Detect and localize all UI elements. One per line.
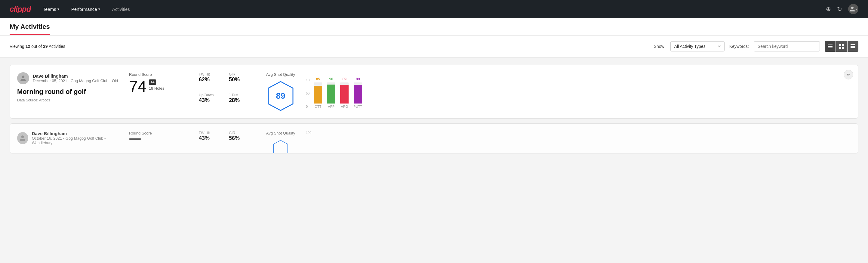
nav-performance[interactable]: Performance ▾ [71, 7, 100, 12]
viewing-middle: out of [30, 44, 43, 49]
svg-rect-8 [852, 44, 856, 45]
compact-list-view-button[interactable] [825, 41, 836, 52]
svg-rect-10 [852, 46, 856, 47]
avg-shot-quality: Avg Shot Quality 89 [262, 72, 299, 111]
activities-content: ✏ Dave Billingham December 05, 2021 - Go… [0, 57, 868, 161]
score-placeholder [129, 139, 141, 140]
score-value: 74 [129, 79, 147, 94]
keywords-label: Keywords: [730, 44, 749, 49]
nav-teams[interactable]: Teams ▾ [43, 7, 59, 12]
data-source: Data Source: Arccos [17, 98, 119, 102]
stat-gir-label-2: GIR [229, 131, 253, 135]
stat-fw-hit-label: FW Hit [199, 72, 223, 77]
activity-card: ✏ Dave Billingham December 05, 2021 - Go… [10, 65, 858, 119]
stat-fw-hit-value: 62% [199, 77, 223, 83]
view-toggle [825, 41, 858, 52]
holes-text: 18 Holes [149, 86, 164, 91]
bar-arg-fill [340, 85, 349, 104]
bar-app-fill [327, 85, 335, 104]
chart-y-axis: 100 50 0 [306, 78, 312, 108]
stat-fw-hit-label-2: FW Hit [199, 131, 223, 135]
y-label-0: 0 [306, 105, 311, 108]
svg-rect-9 [850, 46, 852, 47]
svg-rect-0 [828, 45, 833, 45]
viewing-total: 29 [43, 44, 48, 49]
add-icon[interactable]: ⊕ [826, 5, 831, 12]
y-label-100: 100 [306, 78, 311, 82]
filter-bar: Viewing 12 out of 29 Activities Show: Al… [0, 35, 868, 57]
logo[interactable]: clippd [10, 4, 31, 14]
y-label-100-2: 100 [306, 131, 311, 135]
stat-gir-value: 50% [229, 77, 253, 83]
user-row-2: Dave Billingham October 16, 2021 - Gog M… [17, 131, 119, 145]
navbar: clippd Teams ▾ Performance ▾ Activities … [0, 0, 868, 18]
user-row: Dave Billingham December 05, 2021 - Gog … [17, 72, 119, 84]
user-details-2: Dave Billingham October 16, 2021 - Gog M… [32, 131, 119, 145]
svg-rect-7 [850, 44, 852, 45]
bar-ott-track [314, 83, 322, 104]
svg-rect-12 [852, 47, 856, 48]
page-title: My Activities [10, 23, 50, 35]
user-avatar-nav[interactable]: ▾ [848, 4, 858, 14]
bar-arg-value: 89 [343, 77, 346, 81]
viewing-suffix: Activities [48, 44, 65, 49]
bar-ott: 85 OTT [314, 77, 322, 108]
stats-grid-2: FW Hit 43% GIR 56% [199, 131, 253, 146]
hexagon-container: 89 [267, 81, 294, 111]
grid-view-button[interactable] [836, 41, 847, 52]
chart-y-axis-2: 100 [306, 131, 312, 153]
avg-shot-quality-label: Avg Shot Quality [266, 72, 296, 77]
viewing-count: 12 [26, 44, 30, 49]
round-score-label: Round Score [129, 72, 189, 77]
refresh-icon[interactable]: ↻ [837, 5, 842, 12]
stat-1putt-value: 28% [229, 97, 253, 104]
nav-performance-label: Performance [71, 7, 97, 12]
bar-ott-fill [314, 86, 322, 104]
user-name-2: Dave Billingham [32, 131, 119, 136]
quality-chart-section-2: Avg Shot Quality 100 94 92 [262, 131, 851, 146]
navbar-right: ⊕ ↻ ▾ [826, 4, 858, 14]
avg-shot-quality-label-2: Avg Shot Quality [266, 131, 296, 136]
viewing-prefix: Viewing [10, 44, 26, 49]
keyword-search-input[interactable] [754, 41, 820, 52]
stat-fw-hit-value-2: 43% [199, 135, 223, 141]
bar-putt-fill [354, 85, 362, 104]
activity-type-select[interactable]: All Activity Types [671, 41, 724, 52]
bar-app: 90 APP [327, 77, 335, 108]
bar-putt-track [354, 83, 362, 104]
stats-grid: FW Hit 62% GIR 50% Up/Down 43% 1 Putt 28… [199, 72, 253, 111]
page-header: My Activities [0, 18, 868, 35]
user-name: Dave Billingham [33, 74, 118, 79]
svg-rect-11 [850, 47, 852, 48]
svg-rect-3 [839, 44, 841, 46]
y-label-50: 50 [306, 91, 311, 95]
bar-groups: 85 OTT 90 APP [314, 77, 362, 108]
avg-shot-quality-2: Avg Shot Quality [262, 131, 299, 153]
edit-button[interactable]: ✏ [844, 70, 853, 80]
stat-updown: Up/Down 43% [199, 93, 223, 111]
list-view-button[interactable] [847, 41, 858, 52]
bar-arg: 89 ARG [340, 77, 349, 108]
score-row-2 [129, 137, 189, 140]
svg-rect-1 [828, 46, 833, 47]
stat-1putt-label: 1 Putt [229, 93, 253, 97]
nav-teams-label: Teams [43, 7, 56, 12]
round-score-label-2: Round Score [129, 131, 189, 136]
stat-gir-label: GIR [229, 72, 253, 77]
activity-title: Morning round of golf [17, 88, 119, 96]
nav-activities[interactable]: Activities [112, 7, 130, 12]
round-score-section-2: Round Score [129, 131, 189, 146]
score-badge: +4 [149, 80, 156, 85]
bar-chart-2: 100 94 92 106 87 [306, 131, 346, 153]
performance-chevron-icon: ▾ [98, 7, 100, 11]
svg-rect-2 [828, 48, 833, 48]
bar-chart-container: 100 50 0 85 OTT 90 [306, 72, 362, 108]
viewing-text: Viewing 12 out of 29 Activities [10, 44, 649, 49]
user-chevron-icon: ▾ [856, 7, 858, 11]
svg-rect-4 [842, 44, 844, 46]
navbar-left: clippd Teams ▾ Performance ▾ Activities [10, 4, 130, 14]
stat-updown-label: Up/Down [199, 93, 223, 97]
nav-activities-label: Activities [112, 7, 130, 12]
bar-ott-label: OTT [315, 105, 321, 108]
quality-score: 89 [276, 91, 285, 101]
